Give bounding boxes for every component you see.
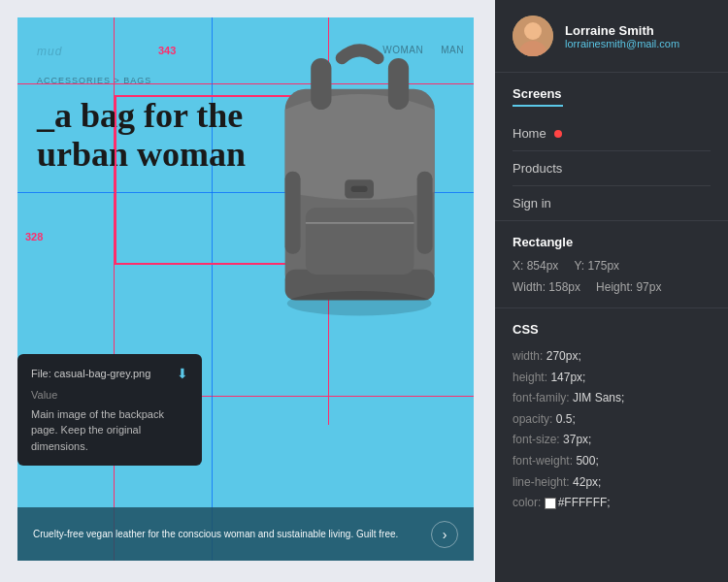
- svg-rect-4: [388, 58, 409, 110]
- breadcrumb: ACCESSORIES > BAGS: [37, 76, 151, 85]
- backpack-image: [250, 27, 474, 435]
- svg-rect-8: [306, 208, 414, 275]
- screens-title: Screens: [513, 86, 711, 101]
- filename-label: File: casual-bag-grey.png: [31, 368, 150, 379]
- css-property-row: color: #FFFFFF;: [513, 493, 711, 514]
- css-property-row: line-height: 42px;: [513, 472, 711, 494]
- screen-item-products[interactable]: Products: [513, 151, 711, 186]
- rectangle-title: Rectangle: [513, 235, 711, 249]
- css-property-row: opacity: 0.5;: [513, 409, 711, 431]
- css-property-row: font-family: JIM Sans;: [513, 388, 711, 409]
- profile-info: Lorraine Smith lorrainesmith@mail.com: [565, 23, 679, 49]
- next-arrow[interactable]: ›: [431, 521, 458, 548]
- svg-rect-2: [351, 186, 368, 192]
- products-label: Products: [513, 161, 562, 176]
- rectangle-section: Rectangle X: 854px Y: 175px Width: 158px…: [495, 221, 728, 308]
- signin-label: Sign in: [513, 196, 551, 210]
- svg-point-10: [287, 291, 432, 316]
- rect-dimensions: Width: 158px Height: 97px: [513, 280, 711, 294]
- profile-name: Lorraine Smith: [565, 23, 679, 38]
- file-tooltip-header: File: casual-bag-grey.png ⬇: [31, 366, 188, 381]
- measure-top: 343: [158, 45, 176, 56]
- screens-section: Screens Home Products Sign in: [495, 73, 728, 221]
- css-section: CSS width: 270px;height: 147px;font-fami…: [495, 308, 728, 582]
- file-tooltip: File: casual-bag-grey.png ⬇ Value Main i…: [17, 354, 202, 467]
- active-dot: [554, 130, 562, 138]
- value-label: Value: [31, 389, 188, 401]
- right-panel: Lorraine Smith lorrainesmith@mail.com Sc…: [495, 0, 728, 582]
- css-properties: width: 270px;height: 147px;font-family: …: [513, 346, 711, 514]
- color-swatch: [545, 498, 556, 509]
- rect-coordinates: X: 854px Y: 175px: [513, 259, 711, 273]
- screen-item-signin[interactable]: Sign in: [513, 186, 711, 220]
- profile-email: lorrainesmith@mail.com: [565, 38, 679, 49]
- css-property-row: width: 270px;: [513, 346, 711, 368]
- canvas-area: mud WOMAN MAN 343 328 872 457 ACCESSORIE…: [17, 17, 474, 561]
- avatar: [513, 16, 553, 56]
- profile-section: Lorraine Smith lorrainesmith@mail.com: [495, 0, 728, 73]
- screen-item-home[interactable]: Home: [513, 116, 711, 151]
- css-property-row: font-weight: 500;: [513, 451, 711, 472]
- svg-rect-5: [285, 172, 301, 254]
- home-label: Home: [513, 126, 546, 141]
- svg-point-12: [524, 22, 542, 40]
- css-title: CSS: [513, 322, 711, 337]
- rect-width: Width: 158px: [513, 280, 580, 294]
- css-property-row: font-size: 37px;: [513, 430, 711, 451]
- file-description: Main image of the backpack page. Keep th…: [31, 406, 188, 455]
- css-property-row: height: 147px;: [513, 368, 711, 389]
- screens-underline: [513, 105, 563, 107]
- svg-rect-3: [311, 58, 331, 110]
- bottom-banner-text: Cruelty-free vegan leather for the consc…: [33, 528, 419, 541]
- download-icon[interactable]: ⬇: [177, 366, 188, 381]
- bottom-banner: Cruelty-free vegan leather for the consc…: [17, 507, 474, 561]
- measure-left: 328: [25, 231, 43, 242]
- brand-logo: mud: [37, 45, 62, 58]
- rect-y: Y: 175px: [574, 259, 619, 273]
- rect-x: X: 854px: [513, 259, 558, 273]
- svg-rect-6: [417, 172, 433, 254]
- rect-height: Height: 97px: [596, 280, 661, 294]
